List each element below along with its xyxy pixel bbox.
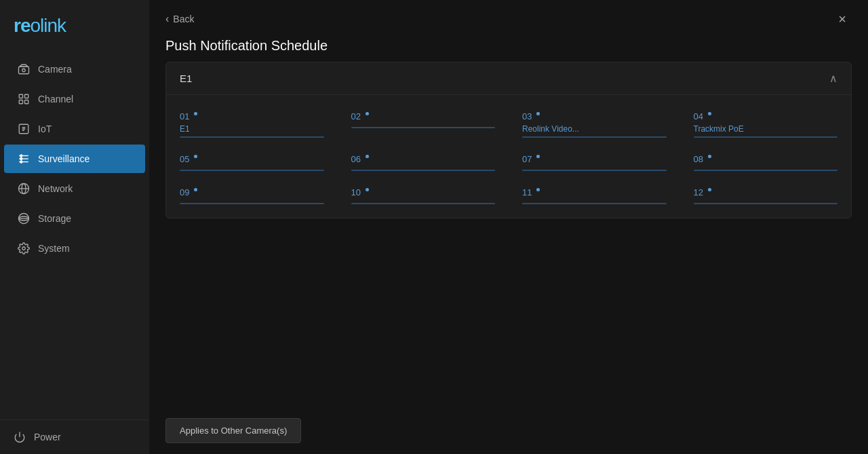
sidebar-item-channel-label: Channel <box>38 94 73 105</box>
svg-rect-5 <box>25 100 28 104</box>
svg-rect-0 <box>19 67 29 74</box>
surveillance-icon <box>18 153 30 165</box>
sidebar-item-network[interactable]: Network <box>4 174 145 203</box>
close-icon: × <box>838 12 846 27</box>
sidebar: reolink Camera <box>0 0 149 454</box>
camera-underline-05 <box>180 170 324 171</box>
app-logo: reolink <box>14 15 136 37</box>
camera-dot-04 <box>708 112 711 115</box>
close-button[interactable]: × <box>833 10 852 29</box>
channel-icon <box>18 93 30 105</box>
camera-num-01: 01 <box>180 111 189 121</box>
camera-num-row-05: 05 <box>180 154 197 164</box>
svg-rect-4 <box>19 100 22 104</box>
back-button[interactable]: ‹ Back <box>165 13 194 25</box>
camera-underline-11 <box>522 203 667 204</box>
sidebar-item-storage[interactable]: Storage <box>4 204 145 233</box>
system-icon <box>18 242 30 254</box>
camera-num-row-02: 02 <box>351 111 369 121</box>
svg-point-10 <box>20 155 22 157</box>
camera-num-10: 10 <box>351 187 361 197</box>
page-title: Push Notification Schedule <box>149 38 868 62</box>
camera-underline-01 <box>180 136 324 138</box>
camera-item-12[interactable]: 12 <box>680 178 852 211</box>
main-content: ‹ Back × Push Notification Schedule E1 ∧… <box>149 0 868 454</box>
iot-icon <box>18 123 30 135</box>
sidebar-item-system-label: System <box>38 243 70 254</box>
camera-item-08[interactable]: 08 <box>680 145 852 178</box>
camera-item-09[interactable]: 09 <box>166 178 338 211</box>
sidebar-nav: Camera Channel IoT <box>0 49 149 419</box>
camera-dot-03 <box>536 112 540 115</box>
camera-num-11: 11 <box>522 187 532 197</box>
camera-num-row-04: 04 <box>694 111 711 121</box>
sidebar-item-channel[interactable]: Channel <box>4 85 145 113</box>
power-button[interactable]: Power <box>14 431 136 443</box>
camera-item-04[interactable]: 04 Trackmix PoE <box>680 102 852 145</box>
camera-dot-06 <box>366 155 369 158</box>
sidebar-item-camera[interactable]: Camera <box>4 55 145 83</box>
storage-icon <box>18 212 30 225</box>
camera-item-03[interactable]: 03 Reolink Video... <box>509 102 680 145</box>
svg-point-12 <box>20 161 22 163</box>
sidebar-item-iot[interactable]: IoT <box>4 115 145 143</box>
camera-dot-09 <box>194 188 197 191</box>
camera-underline-10 <box>351 203 496 204</box>
sidebar-item-surveillance-label: Surveillance <box>38 153 90 164</box>
content-area: E1 ∧ 01 E1 02 <box>149 62 868 454</box>
camera-underline-03 <box>522 136 667 138</box>
svg-point-11 <box>20 158 22 160</box>
camera-num-07: 07 <box>522 154 532 164</box>
back-arrow-icon: ‹ <box>165 13 169 25</box>
camera-item-06[interactable]: 06 <box>338 145 509 178</box>
camera-underline-02 <box>351 127 496 128</box>
camera-dot-10 <box>366 188 369 191</box>
logo-area: reolink <box>0 0 149 49</box>
sidebar-item-iot-label: IoT <box>38 124 52 134</box>
camera-dot-05 <box>194 155 197 158</box>
camera-num-row-11: 11 <box>522 187 540 197</box>
chevron-up-icon: ∧ <box>829 72 837 85</box>
camera-num-row-10: 10 <box>351 187 369 197</box>
camera-num-06: 06 <box>351 154 361 164</box>
camera-item-02[interactable]: 02 <box>338 102 509 145</box>
camera-icon <box>18 63 30 75</box>
camera-underline-12 <box>694 203 838 204</box>
camera-num-08: 08 <box>694 154 703 164</box>
camera-item-07[interactable]: 07 <box>509 145 680 178</box>
svg-rect-2 <box>19 94 22 98</box>
camera-item-10[interactable]: 10 <box>338 178 509 211</box>
applies-to-other-button[interactable]: Applies to Other Camera(s) <box>165 418 301 443</box>
camera-underline-08 <box>694 170 838 171</box>
camera-dot-08 <box>708 155 711 158</box>
header-left: ‹ Back <box>165 13 194 25</box>
sidebar-item-surveillance[interactable]: Surveillance <box>4 145 145 173</box>
camera-underline-06 <box>351 170 496 171</box>
camera-label-03: Reolink Video... <box>522 124 579 134</box>
camera-num-12: 12 <box>694 187 703 197</box>
camera-label-01: E1 <box>180 124 190 134</box>
camera-num-row-01: 01 <box>180 111 197 121</box>
sidebar-item-system[interactable]: System <box>4 234 145 263</box>
camera-grid: 01 E1 02 03 <box>166 95 851 218</box>
svg-rect-3 <box>25 94 28 98</box>
camera-dot-11 <box>536 188 540 191</box>
sidebar-item-camera-label: Camera <box>38 64 72 75</box>
camera-item-11[interactable]: 11 <box>509 178 680 211</box>
svg-point-1 <box>22 69 26 72</box>
camera-item-05[interactable]: 05 <box>166 145 338 178</box>
group-name: E1 <box>180 73 192 84</box>
group-panel: E1 ∧ 01 E1 02 <box>165 62 852 219</box>
camera-num-row-12: 12 <box>694 187 711 197</box>
camera-num-row-08: 08 <box>694 154 711 164</box>
camera-num-row-07: 07 <box>522 154 540 164</box>
sidebar-footer: Power <box>0 419 149 454</box>
back-label: Back <box>173 14 194 24</box>
camera-num-row-09: 09 <box>180 187 197 197</box>
camera-dot-02 <box>366 112 369 115</box>
camera-dot-12 <box>708 188 711 191</box>
sidebar-item-network-label: Network <box>38 183 73 194</box>
camera-num-row-03: 03 <box>522 111 540 121</box>
group-header[interactable]: E1 ∧ <box>166 62 851 95</box>
camera-item-01[interactable]: 01 E1 <box>166 102 338 145</box>
